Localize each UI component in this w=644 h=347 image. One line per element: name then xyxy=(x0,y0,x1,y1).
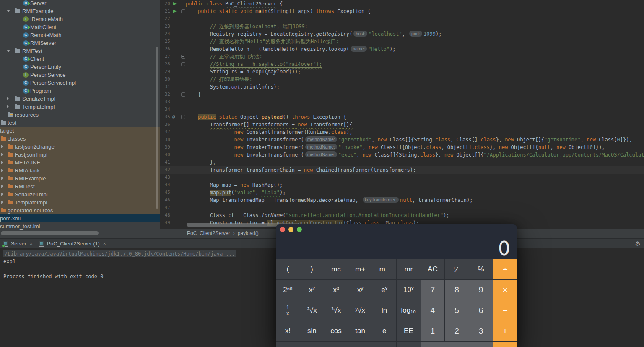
tree-item-rmitest[interactable]: RMITest xyxy=(0,183,160,190)
code-line-44[interactable]: 44 Map map = new HashMap(); xyxy=(160,181,644,189)
chevron-right-icon[interactable] xyxy=(7,97,9,100)
code-line-28[interactable]: 28− //String rs = h.sayHello("rai4over")… xyxy=(160,60,644,68)
chevron-right-icon[interactable] xyxy=(1,193,3,196)
tree-item-templateimpl[interactable]: TemplateImpl xyxy=(0,198,160,206)
fold-marker-icon[interactable] xyxy=(181,92,185,97)
calc-key-rand[interactable]: Rand xyxy=(397,342,421,347)
code-line-38[interactable]: 38 new InvokerTransformer(methodName:"ge… xyxy=(160,136,644,143)
chevron-right-icon[interactable] xyxy=(7,105,9,108)
chevron-down-icon[interactable] xyxy=(7,50,10,52)
chevron-right-icon[interactable] xyxy=(1,145,3,148)
code-line-35[interactable]: 35@− public static Object payload() thro… xyxy=(160,113,644,121)
code-line-34[interactable]: 34 xyxy=(160,106,644,113)
calc-key-[interactable]: − xyxy=(493,300,517,321)
calc-key-x[interactable]: ³√x xyxy=(324,300,348,321)
code-line-27[interactable]: 27− // 正常调用接口方法: xyxy=(160,53,644,60)
tree-item-remotemath[interactable]: CRemoteMath xyxy=(0,31,160,39)
code-line-26[interactable]: 26 RemoteHello h = (RemoteHello) registr… xyxy=(160,45,644,53)
calc-key-10[interactable]: 10ˣ xyxy=(397,280,421,300)
tree-item-pom-xml[interactable]: pom.xml xyxy=(0,214,160,222)
calc-key-mr[interactable]: mr xyxy=(397,259,421,279)
calc-key-sinh[interactable]: sinh xyxy=(300,342,324,347)
calc-key-[interactable]: ⁺⁄₋ xyxy=(445,259,469,279)
code-line-23[interactable]: 23 // 连接到服务器localhost, 端口1099: xyxy=(160,23,644,30)
breadcrumb-method[interactable]: payload() xyxy=(238,230,259,236)
code-line-20[interactable]: 20public class PoC_Client2Server { xyxy=(160,0,644,8)
calc-key-cos[interactable]: cos xyxy=(324,321,348,341)
close-icon[interactable]: × xyxy=(30,241,33,247)
code-line-42[interactable]: 42 Transformer transformerChain = new Ch… xyxy=(160,166,644,174)
calc-key-sin[interactable]: sin xyxy=(300,321,324,341)
calc-key-6[interactable]: 6 xyxy=(469,300,493,321)
calc-key-ln[interactable]: ln xyxy=(372,300,396,321)
tree-item-server[interactable]: CServer xyxy=(0,0,160,7)
calc-key-[interactable]: . xyxy=(469,342,493,347)
tree-item-generated-sources[interactable]: generated-sources xyxy=(0,206,160,214)
calc-key-9[interactable]: 9 xyxy=(469,280,493,300)
calc-key-ee[interactable]: EE xyxy=(397,321,421,341)
chevron-right-icon[interactable] xyxy=(1,153,3,156)
run-tab-server[interactable]: Server× xyxy=(3,239,33,249)
calc-key-x[interactable]: x² xyxy=(300,280,324,300)
tree-item-mathclient[interactable]: CMathClient xyxy=(0,23,160,31)
code-line-48[interactable]: 48 Class cl = Class.forName("sun.reflect… xyxy=(160,211,644,219)
tree-item-iremotemath[interactable]: IIRemoteMath xyxy=(0,15,160,23)
tree-item-test[interactable]: test xyxy=(0,119,160,127)
tree-item-program[interactable]: CProgram xyxy=(0,87,160,95)
tree-item-target[interactable]: target xyxy=(0,127,160,135)
calc-key-e[interactable]: e xyxy=(372,321,396,341)
calc-key-3[interactable]: 3 xyxy=(469,321,493,341)
breadcrumb-class[interactable]: PoC_Client2Server xyxy=(187,230,230,236)
tree-horizontal-scrollbar[interactable] xyxy=(1,231,99,235)
calc-key-e[interactable]: eˣ xyxy=(372,280,396,300)
calc-key-rad[interactable]: Rad xyxy=(276,342,300,347)
tree-item-meta-inf[interactable]: META-INF xyxy=(0,159,160,167)
calc-key-[interactable]: = xyxy=(493,342,517,347)
code-line-22[interactable]: 22 xyxy=(160,15,644,23)
fold-marker-icon[interactable]: − xyxy=(181,55,185,59)
code-line-30[interactable]: 30 // 打印调用结果: xyxy=(160,76,644,83)
calc-key-2[interactable]: 2 xyxy=(445,321,469,341)
calc-key-[interactable]: π xyxy=(372,342,396,347)
calc-key-tanh[interactable]: tanh xyxy=(348,342,372,347)
tree-item-fastjsontmpl[interactable]: FastjsonTmpl xyxy=(0,151,160,159)
calc-key-ac[interactable]: AC xyxy=(421,259,445,279)
tree-item-personentity[interactable]: CPersonEntity xyxy=(0,63,160,71)
calc-key-x[interactable]: xʸ xyxy=(348,280,372,300)
code-line-33[interactable]: 33 xyxy=(160,98,644,106)
code-line-43[interactable]: 43 xyxy=(160,174,644,181)
chevron-right-icon[interactable] xyxy=(1,177,3,180)
calc-key-[interactable]: ÷ xyxy=(493,259,517,279)
fold-marker-icon[interactable]: − xyxy=(181,115,185,119)
calc-key-log[interactable]: log₁₀ xyxy=(397,300,421,321)
tree-item-personservice[interactable]: IPersonService xyxy=(0,71,160,79)
tree-item-personserviceimpl[interactable]: CPersonServiceImpl xyxy=(0,79,160,87)
chevron-right-icon[interactable] xyxy=(1,185,3,188)
calc-key-m[interactable]: m− xyxy=(372,259,396,279)
code-line-47[interactable]: 47 xyxy=(160,204,644,211)
calc-key-[interactable]: ) xyxy=(300,259,324,279)
tree-item-summer-test-iml[interactable]: summer_test.iml xyxy=(0,222,160,230)
code-line-36[interactable]: 36 Transformer[] transformers = new Tran… xyxy=(160,121,644,128)
calc-key-[interactable]: + xyxy=(493,321,517,341)
calc-key-[interactable]: % xyxy=(469,259,493,279)
calc-key-tan[interactable]: tan xyxy=(348,321,372,341)
calc-key-7[interactable]: 7 xyxy=(421,280,445,300)
chevron-right-icon[interactable] xyxy=(1,201,3,204)
fold-marker-icon[interactable]: − xyxy=(181,9,185,13)
calc-key-[interactable]: ( xyxy=(276,259,300,279)
code-line-45[interactable]: 45 map.put("value", "lala"); xyxy=(160,189,644,196)
tree-item-rmiserver[interactable]: CRMIServer xyxy=(0,39,160,47)
code-line-41[interactable]: 41 }; xyxy=(160,159,644,166)
tree-item-rmiexample[interactable]: RMIExample xyxy=(0,7,160,15)
minimize-traffic-light[interactable] xyxy=(288,227,293,232)
calc-key-m[interactable]: m+ xyxy=(348,259,372,279)
code-editor[interactable]: 20public class PoC_Client2Server {21− pu… xyxy=(160,0,644,229)
code-line-24[interactable]: 24 Registry registry = LocateRegistry.ge… xyxy=(160,30,644,38)
code-line-31[interactable]: 31 System.out.println(rs); xyxy=(160,83,644,91)
tree-item-rmiattack[interactable]: RMIAttack xyxy=(0,167,160,175)
tree-item-templateimpl[interactable]: TemplateImpl xyxy=(0,103,160,111)
calc-key-reciprocal[interactable]: 1x xyxy=(276,300,300,321)
calc-key-1[interactable]: 1 xyxy=(421,321,445,341)
code-line-39[interactable]: 39 new InvokerTransformer(methodName:"in… xyxy=(160,143,644,151)
